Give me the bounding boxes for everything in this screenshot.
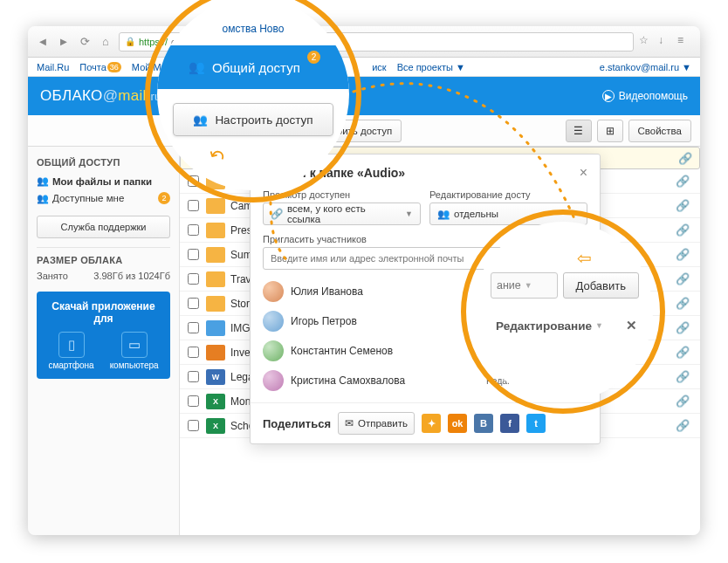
browser-chrome: ◄ ► ⟳ ⌂ 🔒 https://clo ☆ ↓ ≡ [28, 26, 700, 58]
forward-icon[interactable]: ► [56, 34, 72, 50]
link-icon[interactable]: 🔗 [676, 395, 690, 408]
zoom-permission-select[interactable]: ание ▼ [491, 272, 558, 299]
zoom-add-button[interactable]: Добавить [563, 272, 639, 299]
arrow-icon: ⇩ [573, 251, 594, 266]
link-icon[interactable]: 🔗 [676, 248, 690, 261]
share-heading: Поделиться [263, 417, 331, 430]
link-icon[interactable]: 🔗 [678, 152, 692, 165]
link-icon[interactable]: 🔗 [676, 199, 690, 212]
folder-icon [206, 223, 225, 238]
video-help-link[interactable]: ▶Видеопомощь [602, 90, 688, 102]
link-icon: 🔗 [271, 208, 283, 220]
checkbox[interactable] [180, 371, 206, 382]
play-icon: ▶ [602, 90, 615, 102]
folder-icon [206, 271, 225, 287]
checkbox[interactable] [180, 322, 206, 333]
lock-icon: 🔒 [125, 37, 135, 46]
user-name: Кристина Самохвалова [291, 374, 479, 387]
monitor-icon: ▭ [121, 332, 148, 358]
support-button[interactable]: Служба поддержки [37, 216, 170, 238]
moimir-share-icon[interactable]: ✦ [422, 414, 441, 433]
avatar [263, 340, 284, 361]
img-icon [206, 320, 225, 336]
link-icon[interactable]: 🔗 [676, 297, 690, 310]
view-list-button[interactable]: ☰ [566, 120, 592, 142]
vk-share-icon[interactable]: B [474, 414, 493, 433]
folder-icon [206, 296, 225, 312]
avatar [263, 281, 284, 302]
user-menu[interactable]: e.stankov@mail.ru ▼ [600, 62, 691, 72]
send-button[interactable]: ✉ Отправить [338, 412, 415, 435]
logo: ОБЛАКО@mail.ru [40, 87, 161, 105]
people-icon: 👥 [37, 175, 49, 187]
checkbox[interactable] [180, 298, 206, 309]
arrow-icon: ↶ [203, 142, 229, 170]
search-link[interactable]: иск [372, 62, 386, 72]
home-icon[interactable]: ⌂ [98, 34, 113, 50]
promo-title: Скачай приложение для [44, 300, 163, 325]
checkbox[interactable] [180, 249, 206, 260]
star-icon[interactable]: ☆ [639, 34, 655, 50]
sidebar-item-shared[interactable]: 👥Доступные мне2 [37, 189, 170, 207]
view-select[interactable]: 🔗всем, у кого есть ссылка▼ [263, 203, 421, 225]
view-label: Просмотр доступен [263, 189, 421, 200]
link-icon[interactable]: 🔗 [676, 175, 690, 188]
checkbox[interactable] [180, 347, 206, 358]
checkbox[interactable] [180, 420, 206, 431]
checkbox[interactable] [180, 395, 206, 407]
promo-smartphone[interactable]: ▯смартфона [48, 332, 93, 370]
mail-link[interactable]: Почта36 [79, 62, 121, 72]
doc-icon: W [206, 369, 225, 385]
people-icon: 👥 [193, 113, 208, 127]
fb-share-icon[interactable]: f [500, 414, 519, 433]
remove-icon[interactable]: ✕ [626, 318, 637, 333]
unread-badge: 36 [107, 62, 121, 72]
properties-button[interactable]: Свойства [628, 120, 692, 142]
people-icon: 👥 [437, 208, 450, 220]
chevron-down-icon: ▼ [405, 209, 413, 218]
zoom-permission-dropdown[interactable]: Редактирование ▼ [496, 319, 626, 333]
count-badge: 2 [307, 51, 320, 64]
link-icon[interactable]: 🔗 [676, 223, 690, 237]
checkbox[interactable] [180, 200, 206, 211]
sidebar: ОБЩИЙ ДОСТУП 👥Мои файлы и папки 👥Доступн… [28, 147, 180, 535]
sidebar-heading-storage: РАЗМЕР ОБЛАКА [37, 255, 170, 265]
storage-info: Занято3.98Гб из 1024Гб [37, 271, 170, 281]
promo-computer[interactable]: ▭компьютера [110, 332, 159, 370]
people-icon: 👥 [37, 193, 49, 204]
download-icon[interactable]: ↓ [658, 34, 674, 50]
close-icon[interactable]: × [580, 165, 587, 181]
view-grid-button[interactable]: ⊞ [597, 120, 623, 142]
count-badge: 2 [158, 192, 170, 204]
checkbox[interactable] [180, 175, 206, 187]
avatar [263, 370, 284, 391]
sidebar-heading-access: ОБЩИЙ ДОСТУП [37, 157, 170, 168]
mailru-link[interactable]: Mail.Ru [37, 62, 69, 72]
sidebar-item-myfiles[interactable]: 👥Мои файлы и папки [37, 173, 170, 189]
xls-icon: X [206, 394, 225, 409]
phone-icon: ▯ [58, 332, 85, 358]
projects-link[interactable]: Все проекты ▼ [397, 62, 465, 72]
avatar [263, 311, 284, 332]
tw-share-icon[interactable]: t [526, 414, 546, 433]
link-icon[interactable]: 🔗 [676, 419, 690, 432]
mus-icon [206, 345, 225, 360]
link-icon[interactable]: 🔗 [676, 272, 690, 285]
zoom-tabs: омства Ново [157, 23, 349, 35]
link-icon[interactable]: 🔗 [676, 346, 690, 359]
checkbox[interactable] [180, 224, 206, 236]
back-icon[interactable]: ◄ [35, 34, 51, 50]
link-icon[interactable]: 🔗 [676, 370, 690, 383]
zoom-configure-access-button[interactable]: 👥 Настроить доступ [173, 103, 333, 136]
ok-share-icon[interactable]: ok [448, 414, 467, 433]
checkbox[interactable] [180, 273, 206, 285]
reload-icon[interactable]: ⟳ [77, 34, 93, 50]
folder-icon [206, 247, 225, 263]
link-icon[interactable]: 🔗 [676, 321, 690, 334]
menu-icon[interactable]: ≡ [677, 34, 693, 50]
xls-icon: X [206, 418, 225, 434]
top-nav: Mail.Ru Почта36 Мой Мир иск Все проекты … [28, 58, 700, 77]
url-protocol: https:// [139, 37, 168, 47]
people-icon: 👥 [189, 59, 205, 75]
folder-icon [206, 198, 225, 214]
